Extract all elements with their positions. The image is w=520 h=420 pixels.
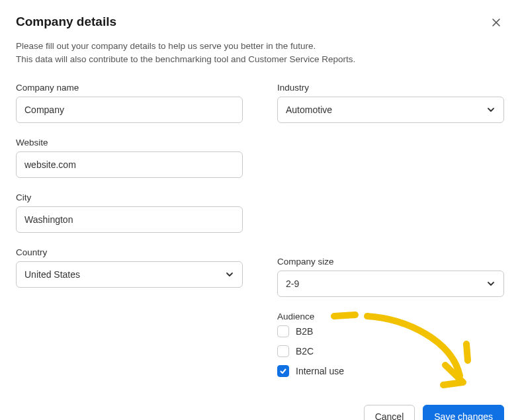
checkbox-box <box>277 325 289 337</box>
company-size-label: Company size <box>277 257 504 267</box>
audience-checkbox-internal-use[interactable]: Internal use <box>277 365 504 377</box>
company-size-value: 2-9 <box>286 278 299 289</box>
checkmark-icon <box>279 367 287 375</box>
country-label: Country <box>16 247 243 257</box>
audience-checkbox-b2c[interactable]: B2C <box>277 345 504 357</box>
save-changes-button[interactable]: Save changes <box>423 405 504 421</box>
close-icon <box>491 17 501 28</box>
checkbox-label: B2B <box>296 326 313 337</box>
right-column: Industry Automotive Company size 2-9 Aud… <box>277 83 504 392</box>
website-input[interactable]: website.com <box>16 151 243 178</box>
industry-select[interactable]: Automotive <box>277 97 504 123</box>
industry-value: Automotive <box>286 105 332 115</box>
checkbox-label: Internal use <box>296 366 344 376</box>
cancel-button[interactable]: Cancel <box>364 405 415 421</box>
country-select[interactable]: United States <box>16 261 243 288</box>
industry-label: Industry <box>277 83 504 93</box>
chevron-down-icon <box>486 105 496 114</box>
company-name-input[interactable]: Company <box>16 97 243 123</box>
website-label: Website <box>16 138 243 147</box>
checkbox-box-checked <box>277 365 289 377</box>
city-input[interactable]: Washington <box>16 206 243 233</box>
website-value: website.com <box>24 159 76 170</box>
checkbox-label: B2C <box>296 346 314 357</box>
country-value: United States <box>24 269 80 280</box>
company-size-select[interactable]: 2-9 <box>277 271 504 297</box>
chevron-down-icon <box>225 270 234 279</box>
audience-checkbox-b2b[interactable]: B2B <box>277 325 504 337</box>
page-title: Company details <box>16 15 116 29</box>
city-value: Washington <box>24 214 73 225</box>
city-label: City <box>16 192 243 202</box>
checkbox-box <box>277 345 289 357</box>
company-name-label: Company name <box>16 83 243 93</box>
audience-label: Audience <box>277 312 504 321</box>
company-name-value: Company <box>24 105 64 115</box>
description-line1: Please fill out your company details to … <box>16 41 316 51</box>
footer-actions: Cancel Save changes <box>16 405 504 421</box>
description-text: Please fill out your company details to … <box>16 40 504 67</box>
left-column: Company name Company Website website.com… <box>16 83 243 392</box>
description-line2: This data will also contribute to the be… <box>16 54 355 64</box>
chevron-down-icon <box>486 279 496 288</box>
close-button[interactable] <box>488 15 504 30</box>
